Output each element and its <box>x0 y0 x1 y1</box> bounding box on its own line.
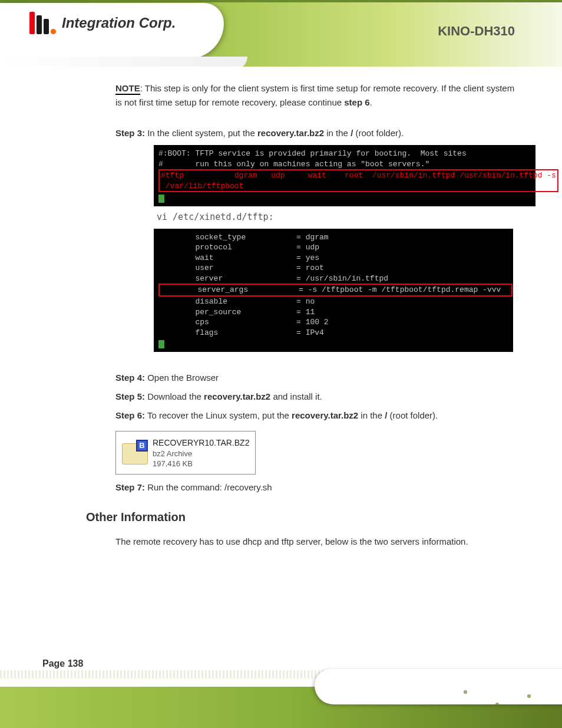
recovery-file-card: B RECOVERYR10.TAR.BZ2 bz2 Archive 197,41… <box>115 431 256 475</box>
footer-banner: Page 138 <box>0 658 562 728</box>
note-text-1: This step is only for the client system … <box>115 83 514 107</box>
term1-box: #tftp dgram udp wait root /usr/sbin/in.t… <box>161 171 556 190</box>
step6-text-1: To recover the Linux system, put the <box>147 410 292 420</box>
page-number: Page 138 <box>42 658 83 669</box>
step-6: Step 6: To recover the Linux system, put… <box>115 409 521 423</box>
step7-label: Step 7: <box>115 482 145 492</box>
term2-box: server_args = -s /tftpboot -m /tftpboot/… <box>161 285 510 294</box>
step6-path: / <box>385 410 387 420</box>
step5-label: Step 5: <box>115 391 145 401</box>
archive-file-icon: B <box>122 440 148 466</box>
section-text: The remote recovery has to use dhcp and … <box>115 535 521 549</box>
subtext-vi: vi /etc/xinetd.d/tftp: <box>157 210 521 224</box>
product-title: KINO-DH310 <box>438 24 515 39</box>
company-name: Integration Corp. <box>62 15 176 31</box>
cursor-icon <box>158 195 164 203</box>
step-5: Step 5: Download the recovery.tar.bz2 an… <box>115 390 521 404</box>
step5-file: recovery.tar.bz2 <box>204 391 270 401</box>
cursor-icon <box>158 340 164 348</box>
header-top-strip <box>0 0 562 2</box>
step7-text: Run the command: /recovery.sh <box>147 482 272 492</box>
archive-badge: B <box>136 440 148 452</box>
step3-label: Step 3: <box>115 128 145 138</box>
file-type: bz2 Archive <box>153 449 249 459</box>
header-banner: Integration Corp. KINO-DH310 <box>0 0 562 67</box>
step5-text-1: Download the <box>147 391 204 401</box>
step3-file: recovery.tar.bz2 <box>257 128 324 138</box>
term1-highlight: #tftp dgram udp wait root /usr/sbin/in.t… <box>158 169 558 192</box>
term2-lines-after: disable = no per_source = 11 cps = 100 2… <box>158 297 329 337</box>
circuit-decoration-icon <box>444 680 550 721</box>
step-4: Step 4: Open the Browser <box>115 371 521 385</box>
step3-path: / <box>351 128 353 138</box>
section-heading-other-info: Other Information <box>86 508 521 526</box>
logo: Integration Corp. <box>29 12 176 34</box>
term2-lines: socket_type = dgram protocol = udp wait … <box>158 233 388 283</box>
logo-mark <box>29 12 56 34</box>
terminal-tftp-inetd: #:BOOT: TFTP service is provided primari… <box>154 145 535 206</box>
term2-highlight: server_args = -s /tftpboot -m /tftpboot/… <box>158 284 513 297</box>
terminal-xinetd-tftp: socket_type = dgram protocol = udp wait … <box>154 229 513 352</box>
step-7: Step 7: Run the command: /recovery.sh <box>115 480 521 495</box>
step4-text: Open the Browser <box>147 373 219 383</box>
step-3: Step 3: In the client system, put the re… <box>115 126 521 140</box>
step6-file: recovery.tar.bz2 <box>292 410 358 420</box>
note-block: NOTE: This step is only for the client s… <box>115 81 521 110</box>
note-text-after: . <box>370 97 372 107</box>
step6-text-2: in the <box>361 410 385 420</box>
step5-text-2: and install it. <box>273 391 322 401</box>
note-label: NOTE <box>115 83 140 95</box>
step4-label: Step 4: <box>115 373 145 383</box>
note-step-ref: step 6 <box>344 97 369 107</box>
step3-text-1: In the client system, put the <box>147 128 257 138</box>
file-size: 197,416 KB <box>153 459 249 469</box>
step3-text-2: in the <box>326 128 351 138</box>
term1-l2: # run this only on machines acting as "b… <box>158 160 429 169</box>
step6-label: Step 6: <box>115 410 145 420</box>
file-name: RECOVERYR10.TAR.BZ2 <box>153 436 249 449</box>
term1-l1: #:BOOT: TFTP service is provided primari… <box>158 149 467 158</box>
step6-text-3: (root folder). <box>390 410 438 420</box>
page-content: NOTE: This step is only for the client s… <box>0 67 562 561</box>
step3-text-3: (root folder). <box>355 128 404 138</box>
